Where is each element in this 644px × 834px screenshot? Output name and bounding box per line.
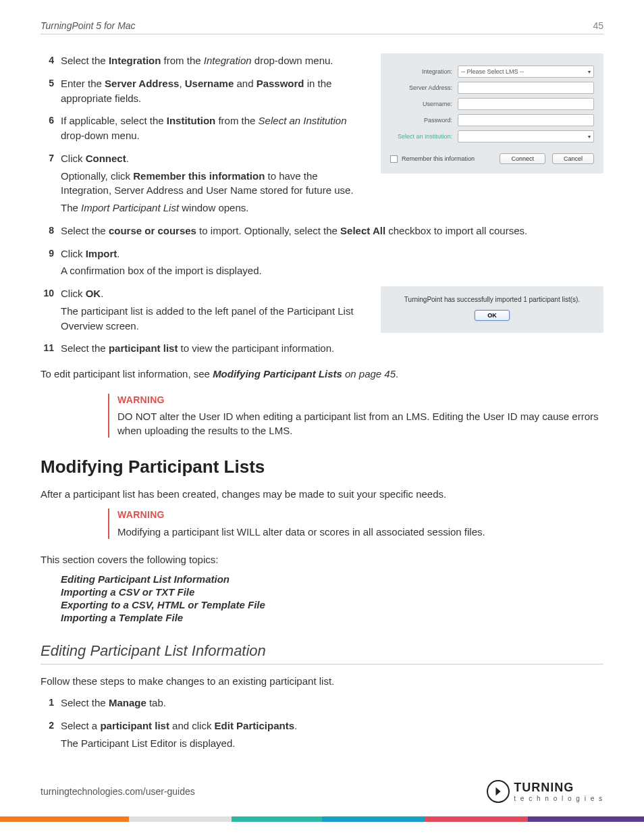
server-address-input[interactable] <box>458 82 594 94</box>
topic-link[interactable]: Importing a CSV or TXT File <box>61 586 603 598</box>
step-number: 5 <box>41 76 61 90</box>
warning-box-2: WARNING Modifying a participant list WIL… <box>108 509 603 539</box>
step-item: 2Select a participant list and click Edi… <box>41 719 603 754</box>
topic-link[interactable]: Exporting to a CSV, HTML or Template Fil… <box>61 599 603 610</box>
step-item: 7Click Connect.Optionally, click Remembe… <box>41 151 367 218</box>
turning-logo: TURNING t e c h n o l o g i e s <box>487 780 603 803</box>
step-item: 9Click Import.A confirmation box of the … <box>41 246 603 282</box>
step-body: Click Connect.Optionally, click Remember… <box>61 151 367 218</box>
doc-title: TurningPoint 5 for Mac <box>41 20 136 31</box>
steps-list-b: 8Select the course or courses to import.… <box>41 224 603 281</box>
warning-text: DO NOT alter the User ID when editing a … <box>117 409 603 438</box>
server-address-label: Server Address: <box>390 84 458 91</box>
section-title-modifying: Modifying Participant Lists <box>41 457 603 477</box>
warning-text: Modifying a participant list WILL alter … <box>117 525 603 539</box>
remember-checkbox[interactable] <box>390 155 398 163</box>
step-body: Select a participant list and click Edit… <box>61 719 603 754</box>
ok-button[interactable]: OK <box>475 310 510 321</box>
warning-label: WARNING <box>117 509 603 522</box>
footer-url: turningtechnologies.com/user-guides <box>41 786 195 797</box>
subsection-title-editing: Editing Participant List Information <box>41 642 603 664</box>
topic-link[interactable]: Editing Participant List Information <box>61 573 603 585</box>
step-body: Select the participant list to view the … <box>61 341 603 359</box>
username-label: Username: <box>390 101 458 107</box>
confirmation-message: TurningPoint has successfully imported 1… <box>389 296 595 303</box>
subsection-intro: Follow these steps to make changes to an… <box>41 674 603 689</box>
step-number: 11 <box>41 341 61 355</box>
step-body: Select the course or courses to import. … <box>61 224 603 241</box>
step-body: Select the Manage tab. <box>61 696 603 713</box>
turning-logo-icon <box>487 780 510 803</box>
username-input[interactable] <box>458 98 594 110</box>
integration-dialog-figure: Integration: -- Please Select LMS -- ▾ S… <box>381 53 603 174</box>
step-item: 11Select the participant list to view th… <box>41 341 603 359</box>
step-item: 10Click OK.The participant list is added… <box>41 286 367 336</box>
chevron-down-icon: ▾ <box>588 69 591 75</box>
logo-text-small: t e c h n o l o g i e s <box>514 795 603 802</box>
step-number: 9 <box>41 246 61 260</box>
footer-color-bar <box>0 816 644 822</box>
step-number: 7 <box>41 151 61 165</box>
step-body: Click OK.The participant list is added t… <box>61 286 367 336</box>
warning-label: WARNING <box>117 394 603 407</box>
step-item: 6If applicable, select the Institution f… <box>41 113 367 146</box>
step-number: 8 <box>41 224 61 237</box>
remember-checkbox-label: Remember this information <box>402 155 475 162</box>
step-number: 4 <box>41 53 61 67</box>
step-item: 8Select the course or courses to import.… <box>41 224 603 241</box>
steps-list-a: 4Select the Integration from the Integra… <box>41 53 367 218</box>
step-number: 2 <box>41 719 61 732</box>
step-number: 1 <box>41 696 61 709</box>
section-intro: After a participant list has been create… <box>41 487 603 502</box>
step-body: Enter the Server Address, Username and P… <box>61 76 367 109</box>
page-footer: turningtechnologies.com/user-guides TURN… <box>41 780 603 803</box>
logo-text-big: TURNING <box>514 781 603 795</box>
import-confirmation-figure: TurningPoint has successfully imported 1… <box>381 286 603 333</box>
step-item: 4Select the Integration from the Integra… <box>41 53 367 71</box>
password-label: Password: <box>390 117 458 124</box>
page-number: 45 <box>593 20 603 31</box>
integration-select-placeholder: -- Please Select LMS -- <box>461 68 524 75</box>
page-header: TurningPoint 5 for Mac 45 <box>41 20 603 34</box>
edit-participant-link-para: To edit participant list information, se… <box>41 367 603 382</box>
steps-list-e: 1Select the Manage tab.2Select a partici… <box>41 696 603 753</box>
step-body: If applicable, select the Institution fr… <box>61 113 367 146</box>
step-item: 5Enter the Server Address, Username and … <box>41 76 367 109</box>
topic-link[interactable]: Importing a Template File <box>61 612 603 623</box>
institution-select[interactable]: ▾ <box>458 130 594 142</box>
step-number: 10 <box>41 286 61 300</box>
steps-list-c: 10Click OK.The participant list is added… <box>41 286 367 336</box>
warning-box-1: WARNING DO NOT alter the User ID when ed… <box>108 394 603 438</box>
institution-label: Select an Institution: <box>390 133 458 140</box>
steps-list-d: 11Select the participant list to view th… <box>41 341 603 359</box>
step-body: Click Import.A confirmation box of the i… <box>61 246 603 282</box>
connect-button[interactable]: Connect <box>500 153 545 164</box>
integration-label: Integration: <box>390 68 458 75</box>
chevron-down-icon: ▾ <box>588 134 591 140</box>
topics-intro: This section covers the following topics… <box>41 552 603 567</box>
step-item: 1Select the Manage tab. <box>41 696 603 713</box>
password-input[interactable] <box>458 114 594 126</box>
integration-select[interactable]: -- Please Select LMS -- ▾ <box>458 66 594 78</box>
topics-list: Editing Participant List InformationImpo… <box>61 573 603 623</box>
step-body: Select the Integration from the Integrat… <box>61 53 367 71</box>
step-number: 6 <box>41 113 61 127</box>
cancel-button[interactable]: Cancel <box>552 153 594 164</box>
